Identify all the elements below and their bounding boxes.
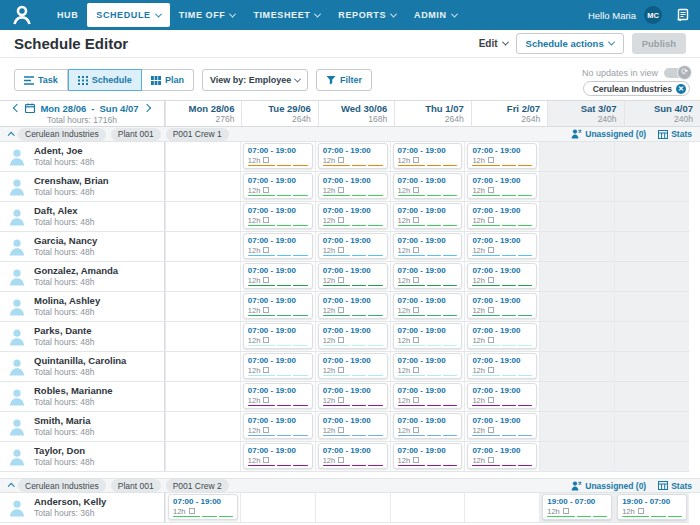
day-header-cell[interactable]: Mon 28/06276h <box>165 101 241 126</box>
nav-item-timesheet[interactable]: TIMESHEET <box>244 3 329 27</box>
day-header-cell[interactable]: Wed 30/06168h <box>318 101 394 126</box>
day-cell[interactable]: 07:00 - 19:0012h <box>390 322 465 351</box>
day-cell[interactable]: 07:00 - 19:0012h <box>464 172 539 201</box>
day-cell[interactable] <box>614 322 689 351</box>
day-cell[interactable] <box>614 142 689 171</box>
day-cell[interactable]: 07:00 - 19:0012h <box>464 262 539 291</box>
shift-chip[interactable]: 07:00 - 19:0012h <box>467 143 537 169</box>
close-x-icon[interactable]: ✕ <box>676 84 686 94</box>
day-cell[interactable]: 07:00 - 19:0012h <box>315 322 390 351</box>
shift-chip[interactable]: 07:00 - 19:0012h <box>318 383 388 409</box>
collapse-chevron-icon[interactable] <box>8 483 15 490</box>
day-cell[interactable]: 07:00 - 19:0012h <box>315 352 390 381</box>
day-cell[interactable]: 07:00 - 19:0012h <box>315 262 390 291</box>
day-cell[interactable] <box>165 352 240 381</box>
nav-item-admin[interactable]: ADMIN <box>405 3 466 27</box>
day-cell[interactable]: 07:00 - 19:0012h <box>464 142 539 171</box>
day-cell[interactable]: 07:00 - 19:0012h <box>315 442 390 471</box>
day-cell[interactable]: 07:00 - 19:0012h <box>464 292 539 321</box>
day-cell[interactable] <box>539 412 614 441</box>
range-end[interactable]: Sun 4/07 <box>100 103 139 114</box>
shift-chip[interactable]: 07:00 - 19:0012h <box>243 173 313 199</box>
day-cell[interactable] <box>165 322 240 351</box>
shift-chip[interactable]: 07:00 - 19:0012h <box>243 413 313 439</box>
day-cell[interactable] <box>614 232 689 261</box>
unassigned-link[interactable]: Unassigned (0) <box>571 129 646 139</box>
tab-plan[interactable]: Plan <box>142 69 194 91</box>
day-cell[interactable] <box>614 442 689 471</box>
day-cell[interactable] <box>390 493 465 522</box>
shift-chip[interactable]: 07:00 - 19:0012h <box>393 443 463 469</box>
shift-chip[interactable]: 19:00 - 07:0012h <box>542 494 612 520</box>
shift-chip[interactable]: 07:00 - 19:0012h <box>467 293 537 319</box>
day-cell[interactable] <box>614 262 689 291</box>
day-cell[interactable] <box>315 493 390 522</box>
day-cell[interactable]: 07:00 - 19:0012h <box>390 412 465 441</box>
day-cell[interactable]: 07:00 - 19:0012h <box>315 232 390 261</box>
shift-chip[interactable]: 07:00 - 19:0012h <box>393 173 463 199</box>
shift-chip[interactable]: 07:00 - 19:0012h <box>243 383 313 409</box>
view-by-select[interactable]: View by: Employee <box>202 69 308 91</box>
prev-week-arrow-icon[interactable] <box>13 104 21 112</box>
filter-button[interactable]: Filter <box>316 69 372 91</box>
day-cell[interactable]: 07:00 - 19:0012h <box>240 442 315 471</box>
shift-chip[interactable]: 07:00 - 19:0012h <box>318 293 388 319</box>
day-cell[interactable]: 07:00 - 19:0012h <box>464 352 539 381</box>
nav-item-hub[interactable]: HUB <box>48 3 87 27</box>
collapse-chevron-icon[interactable] <box>8 131 15 138</box>
day-cell[interactable] <box>165 412 240 441</box>
day-cell[interactable] <box>539 172 614 201</box>
shift-chip[interactable]: 07:00 - 19:0012h <box>393 233 463 259</box>
range-start[interactable]: Mon 28/06 <box>40 103 86 114</box>
shift-chip[interactable]: 07:00 - 19:0012h <box>243 293 313 319</box>
day-cell[interactable] <box>539 202 614 231</box>
nav-item-schedule[interactable]: SCHEDULE <box>87 3 169 27</box>
day-cell[interactable] <box>539 142 614 171</box>
day-cell[interactable] <box>614 382 689 411</box>
changelog-book-icon[interactable] <box>676 8 690 22</box>
shift-chip[interactable]: 07:00 - 19:0012h <box>393 383 463 409</box>
day-cell[interactable]: 07:00 - 19:0012h <box>315 382 390 411</box>
shift-chip[interactable]: 07:00 - 19:0012h <box>318 203 388 229</box>
next-week-arrow-icon[interactable] <box>142 104 150 112</box>
filter-tag-cerulean-industries[interactable]: Cerulean Industries ✕ <box>583 81 690 96</box>
stats-link[interactable]: Stats <box>658 129 692 139</box>
day-cell[interactable] <box>614 352 689 381</box>
day-cell[interactable]: 07:00 - 19:0012h <box>315 142 390 171</box>
day-cell[interactable]: 07:00 - 19:0012h <box>240 322 315 351</box>
shift-chip[interactable]: 07:00 - 19:0012h <box>467 173 537 199</box>
day-cell[interactable] <box>539 322 614 351</box>
shift-chip[interactable]: 07:00 - 19:0012h <box>318 443 388 469</box>
day-cell[interactable]: 07:00 - 19:0012h <box>240 142 315 171</box>
shift-chip[interactable]: 07:00 - 19:0012h <box>318 143 388 169</box>
shift-chip[interactable]: 07:00 - 19:0012h <box>243 263 313 289</box>
day-header-cell[interactable]: Sat 3/07240h <box>547 101 623 126</box>
shift-chip[interactable]: 07:00 - 19:0012h <box>467 353 537 379</box>
stats-link[interactable]: Stats <box>658 481 692 491</box>
day-cell[interactable]: 07:00 - 19:0012h <box>390 352 465 381</box>
day-cell[interactable] <box>165 442 240 471</box>
day-cell[interactable] <box>165 232 240 261</box>
nav-item-reports[interactable]: REPORTS <box>329 3 405 27</box>
brand-person-logo-icon[interactable] <box>10 3 34 27</box>
day-cell[interactable] <box>165 262 240 291</box>
day-cell[interactable]: 07:00 - 19:0012h <box>240 202 315 231</box>
shift-chip[interactable]: 07:00 - 19:0012h <box>393 323 463 349</box>
day-cell[interactable] <box>165 382 240 411</box>
day-cell[interactable] <box>539 232 614 261</box>
shift-chip[interactable]: 07:00 - 19:0012h <box>467 263 537 289</box>
shift-chip[interactable]: 07:00 - 19:0012h <box>393 263 463 289</box>
shift-chip[interactable]: 07:00 - 19:0012h <box>318 263 388 289</box>
shift-chip[interactable]: 07:00 - 19:0012h <box>467 443 537 469</box>
publish-button[interactable]: Publish <box>632 33 686 54</box>
day-cell[interactable]: 07:00 - 19:0012h <box>464 412 539 441</box>
day-cell[interactable]: 07:00 - 19:0012h <box>240 292 315 321</box>
day-cell[interactable] <box>539 442 614 471</box>
shift-chip[interactable]: 07:00 - 19:0012h <box>318 353 388 379</box>
shift-chip[interactable]: 07:00 - 19:0012h <box>318 413 388 439</box>
day-cell[interactable]: 07:00 - 19:0012h <box>240 262 315 291</box>
day-cell[interactable]: 07:00 - 19:0012h <box>390 382 465 411</box>
day-cell[interactable]: 07:00 - 19:0012h <box>464 202 539 231</box>
user-avatar[interactable]: MC <box>644 6 662 24</box>
shift-chip[interactable]: 07:00 - 19:0012h <box>168 494 238 520</box>
